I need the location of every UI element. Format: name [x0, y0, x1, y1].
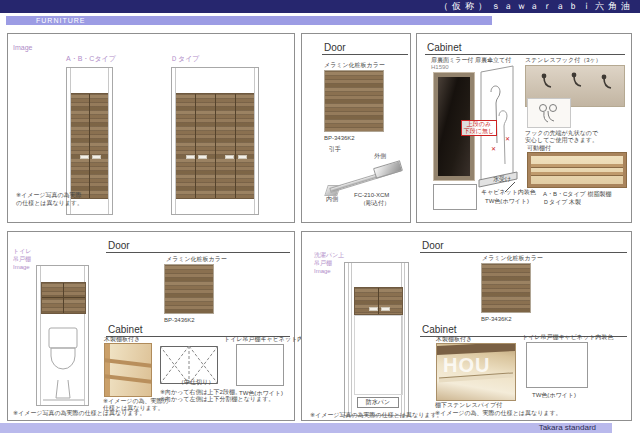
image-label: Image — [13, 44, 32, 52]
laundry-wood-shelf-label: 木製棚板付き — [436, 336, 472, 343]
interior-color-value: TW色(ホワイト) — [485, 198, 529, 205]
pull-grip — [373, 160, 403, 179]
laundry-cabinet-photo: HOU — [436, 343, 516, 401]
door-handle — [198, 155, 207, 159]
waterproof-pan-box: 防水パン — [357, 397, 399, 408]
stainless-hooks-label: ステンレスフック付（3ヶ） — [525, 57, 602, 64]
movable-shelf-label: 可動棚付 — [527, 145, 551, 152]
shelf-interior — [531, 156, 623, 184]
frame-rail — [404, 263, 405, 415]
door-divider — [215, 94, 216, 198]
red-note-line2: 下段に無し — [462, 128, 496, 135]
wardrobe-abc-doors — [71, 93, 108, 199]
hooks-note-line2: 安心してご使用できます。 — [525, 137, 598, 144]
toilet-wall-cabinet — [41, 282, 86, 314]
wardrobe-image-panel: Image A・B・Cタイプ Ｄタイプ — [7, 33, 295, 223]
door-divider — [42, 297, 85, 298]
wardrobe-d-doors — [176, 93, 254, 199]
toilet-layout-note1: ※向かって右側は上下2段棚。 — [160, 389, 241, 396]
toilet-layout-note2: ※向かって左側は上下分割棚となります。 — [160, 396, 274, 403]
toilet-elevation-drawing — [36, 265, 89, 406]
toilet-location-line1: トイレ — [13, 248, 31, 255]
type-d-label: Ｄタイプ — [171, 55, 200, 63]
toilet-finish-label: メラミン化粧板カラー — [166, 256, 227, 263]
toilet-cabinet-panel: トイレ 吊戸棚 Image Door メラミン化粧板カラー B — [7, 231, 295, 421]
cabinet-spec-panel: Cabinet 扉裏面ミラー付 H1590 扉裏傘立て付 上段のみ 下段に無し … — [416, 33, 632, 223]
type-abc-label: A・B・Cタイプ — [66, 55, 116, 63]
door-handle — [369, 307, 378, 311]
mirror-sub-label: H1590 — [431, 64, 449, 71]
door-spec-panel: Door メラミン化粧板カラー BP-3436K2 引手 外側 内側 FC-21… — [301, 33, 411, 223]
red-note-line1: 上段のみ — [462, 121, 496, 128]
water-tray-label: 水受け — [493, 176, 511, 183]
umbrella-holder-label: 扉裏傘立て付 — [475, 57, 511, 64]
laundry-location-line3: Image — [314, 268, 331, 275]
toilet-location-line3: Image — [13, 264, 30, 271]
door-handle — [80, 155, 89, 159]
frame-rail — [348, 263, 349, 415]
melamine-finish-label: メラミン化粧板カラー — [324, 62, 385, 69]
laundry-wall-cabinet — [354, 287, 403, 315]
footer-bar: Takara standard — [0, 423, 612, 433]
furniture-section-bar: FURNITURE — [6, 16, 492, 25]
laundry-pipe-label: 棚下ステンレスパイプ付 — [435, 402, 502, 409]
laundry-door-heading: Door — [420, 240, 627, 253]
toilet-location-line2: 吊戸棚 — [13, 256, 31, 263]
laundry-finish-swatch — [481, 263, 531, 313]
toilet-line-drawing — [41, 324, 86, 404]
brand-name: Takara standard — [539, 423, 596, 432]
door-divider — [63, 283, 64, 313]
toilet-bottom-note: ※イメージ写真の為実際の仕様とは異なります。 — [13, 410, 146, 417]
laundry-location-line1: 洗濯パン上 — [314, 252, 344, 259]
door-divider — [195, 94, 196, 198]
image-disclaimer-line1: ※イメージ写真の為実際 — [16, 192, 82, 199]
toilet-finish-swatch — [164, 264, 214, 314]
project-title: （仮称）ｓａｗａｒａｂｉ六角油 — [439, 1, 634, 11]
toilet-wood-shelf-label: 木製棚板付き — [104, 336, 140, 343]
photo-shelf — [105, 358, 151, 368]
movable-shelf-photo — [527, 152, 627, 188]
door-finish-code: BP-3436K2 — [324, 135, 355, 142]
toilet-door-heading: Door — [106, 240, 290, 253]
laundry-location-line2: 吊戸棚 — [314, 260, 332, 267]
door-divider — [378, 288, 379, 314]
pull-inside-label: 内側 — [326, 196, 338, 203]
hooks-note-line1: フックの先端が丸状なので — [525, 130, 598, 137]
laundry-elevation-drawing: 防水パン — [344, 262, 409, 416]
laundry-cabinet-panel: 洗濯パン上 吊戸棚 Image 防水パン Door メラミン化粧板カラー BP-… — [301, 231, 632, 421]
interior-color-label: キャビネット内装色 — [481, 189, 536, 196]
door-handle — [92, 155, 101, 159]
door-handle — [238, 155, 247, 159]
door-heading: Door — [322, 42, 408, 55]
laundry-interior-label: トイレ吊戸棚キャビネット内装色 — [522, 334, 613, 341]
shelf-spec-line2: Ｄタイプ 木製 — [543, 199, 581, 206]
toilet-shelf-photo — [104, 343, 152, 397]
laundry-photo-note: ※イメージの為、実際の仕様とは異なります。 — [435, 410, 562, 417]
shelf-board — [531, 164, 623, 168]
laundry-finish-code: BP-3436K2 — [481, 316, 512, 323]
project-title-bar: （仮称）ｓａｗａｒａｂｉ六角油 — [0, 0, 640, 13]
laundry-finish-label: メラミン化粧板カラー — [482, 255, 543, 262]
photo-side-panel — [105, 344, 110, 396]
mirror-label: 扉裏面ミラー付 — [431, 57, 473, 64]
partition-label: （中仕切り） — [178, 379, 214, 386]
frame-rail — [254, 68, 255, 214]
toilet-interior-swatch — [236, 344, 284, 386]
red-callout-box: 上段のみ 下段に無し — [461, 120, 497, 136]
laundry-bottom-note: ※イメージ写真の為実際の仕様とは異なります。 — [310, 412, 443, 419]
frame-rail — [108, 68, 109, 214]
door-divider — [89, 94, 90, 198]
photo-shelf — [105, 374, 151, 384]
interior-color-swatch — [433, 184, 477, 210]
door-handle — [225, 155, 234, 159]
shelf-spec-line1: A・B・Cタイプ 樹脂製棚 — [543, 191, 611, 198]
cross-mark: ✕ — [505, 136, 510, 143]
furniture-spec-sheet: （仮称）ｓａｗａｒａｂｉ六角油 FURNITURE Image A・B・Cタイプ… — [0, 0, 640, 438]
cabinet-heading: Cabinet — [425, 42, 625, 55]
hook-detail-inset — [527, 98, 571, 128]
photo-watermark: HOU — [443, 354, 490, 377]
toilet-finish-code: BP-3436K2 — [164, 317, 195, 324]
toilet-photo-note-line1: ※イメージの為、実際の — [103, 398, 169, 405]
wardrobe-d-drawing — [171, 67, 259, 215]
laundry-interior-swatch — [526, 342, 588, 388]
